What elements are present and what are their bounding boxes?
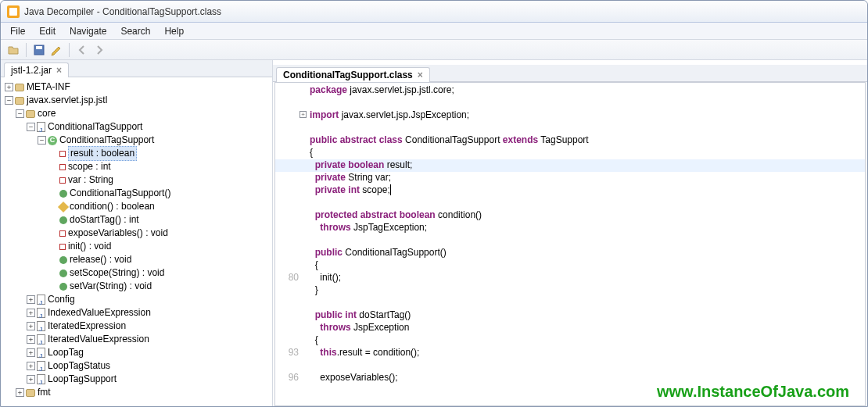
field-icon: [59, 164, 66, 170]
method-icon: [59, 256, 67, 264]
class-file-icon: [37, 308, 45, 318]
method-icon: [59, 244, 66, 250]
tree-node-itve[interactable]: +IteratedValueExpression: [4, 333, 272, 346]
menu-navigate[interactable]: Navigate: [63, 24, 113, 38]
open-button[interactable]: [5, 42, 21, 58]
back-button[interactable]: [74, 42, 90, 58]
app-icon: [7, 5, 20, 18]
menu-search[interactable]: Search: [114, 24, 156, 38]
tree-node-classfile[interactable]: −ConditionalTagSupport: [4, 120, 272, 134]
class-file-icon: [37, 321, 45, 331]
close-icon[interactable]: ×: [418, 70, 423, 80]
tree-node-init[interactable]: init() : void: [4, 240, 272, 253]
package-icon: [26, 110, 35, 118]
method-icon: [59, 230, 66, 237]
tree-node-fmt[interactable]: +fmt: [4, 386, 272, 399]
tree-node-loopsupport[interactable]: +LoopTagSupport: [4, 373, 272, 386]
code-editor[interactable]: package javax.servlet.jsp.jstl.core; +im…: [274, 82, 866, 406]
tree-node-ive[interactable]: +IndexedValueExpression: [4, 306, 272, 320]
tree-node-core[interactable]: −core: [4, 107, 272, 120]
package-icon: [26, 389, 35, 397]
package-icon: [15, 97, 24, 105]
tree-node-field-scope[interactable]: scope : int: [4, 160, 272, 173]
content: jstl-1.2.jar × +META-INF −javax.servlet.…: [1, 60, 867, 407]
separator: [26, 43, 27, 57]
save-button[interactable]: [31, 42, 47, 58]
menu-help[interactable]: Help: [158, 24, 190, 38]
class-file-icon: [37, 361, 45, 371]
forward-button[interactable]: [91, 42, 107, 58]
tree-node-field-result[interactable]: result : boolean: [4, 147, 272, 160]
tree-node-condition[interactable]: condition() : boolean: [4, 200, 272, 213]
editor-tabstrip: ConditionalTagSupport.class ×: [273, 65, 867, 82]
nav-tab-label: jstl-1.2.jar: [11, 65, 52, 76]
tree-node-config[interactable]: +Config: [4, 293, 272, 306]
tree-node-loopstatus[interactable]: +LoopTagStatus: [4, 359, 272, 373]
method-icon: [59, 270, 67, 277]
tree-node-ite[interactable]: +IteratedExpression: [4, 320, 272, 333]
tree-node-class[interactable]: −CConditionalTagSupport: [4, 134, 272, 147]
watermark: www.InstanceOfJava.com: [657, 383, 849, 401]
menu-file[interactable]: File: [4, 24, 31, 38]
field-icon: [59, 151, 66, 157]
tree-node-setvar[interactable]: setVar(String) : void: [4, 280, 272, 293]
tree-node-looptag[interactable]: +LoopTag: [4, 346, 272, 359]
fold-icon[interactable]: +: [299, 111, 307, 118]
class-file-icon: [37, 348, 45, 358]
tree-node-dostarttag[interactable]: doStartTag() : int: [4, 213, 272, 227]
close-icon[interactable]: ×: [56, 65, 62, 76]
tree-node-ctor[interactable]: ConditionalTagSupport(): [4, 187, 272, 200]
method-icon: [59, 216, 67, 224]
class-file-icon: [37, 122, 45, 132]
package-tree[interactable]: +META-INF −javax.servlet.jsp.jstl −core …: [1, 77, 272, 407]
tree-node-metainf[interactable]: +META-INF: [4, 80, 272, 94]
method-icon: [59, 190, 67, 198]
titlebar: Java Decompiler - ConditionalTagSupport.…: [1, 1, 867, 23]
tree-node-exposevars[interactable]: exposeVariables() : void: [4, 227, 272, 240]
class-file-icon: [37, 374, 45, 384]
nav-tabstrip: jstl-1.2.jar ×: [1, 60, 272, 77]
class-icon: C: [48, 136, 57, 145]
editor-tab-label: ConditionalTagSupport.class: [283, 70, 413, 80]
editor-pane: ConditionalTagSupport.class × package ja…: [273, 60, 867, 407]
editor-tab[interactable]: ConditionalTagSupport.class ×: [276, 67, 430, 82]
separator: [69, 43, 70, 57]
edit-button[interactable]: [48, 42, 64, 58]
tree-node-field-var[interactable]: var : String: [4, 173, 272, 187]
menu-edit[interactable]: Edit: [33, 24, 62, 38]
method-icon: [59, 283, 67, 291]
svg-rect-1: [36, 46, 42, 49]
toolbar: [1, 40, 867, 60]
method-icon: [58, 201, 69, 212]
package-icon: [15, 84, 24, 91]
tree-node-release[interactable]: release() : void: [4, 253, 272, 266]
class-file-icon: [37, 334, 45, 345]
nav-tab[interactable]: jstl-1.2.jar ×: [4, 62, 69, 77]
menubar: File Edit Navigate Search Help: [1, 23, 867, 40]
navigator-pane: jstl-1.2.jar × +META-INF −javax.servlet.…: [1, 60, 273, 407]
tree-node-setscope[interactable]: setScope(String) : void: [4, 266, 272, 280]
field-icon: [59, 177, 66, 184]
window-title: Java Decompiler - ConditionalTagSupport.…: [24, 6, 221, 17]
tree-node-root-pkg[interactable]: −javax.servlet.jsp.jstl: [4, 94, 272, 107]
class-file-icon: [37, 295, 45, 305]
